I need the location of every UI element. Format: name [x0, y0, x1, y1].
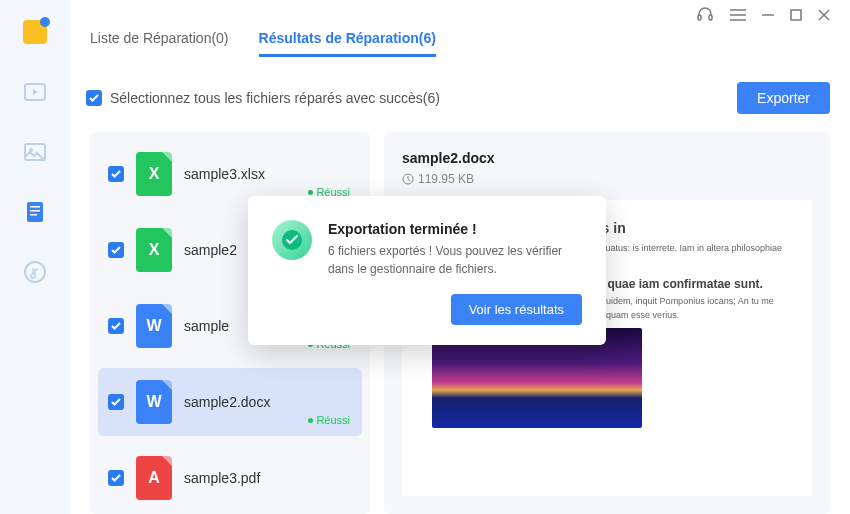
- document-icon[interactable]: [23, 200, 47, 224]
- svg-rect-14: [791, 10, 801, 20]
- modal-title: Exportation terminée !: [328, 221, 477, 237]
- file-item[interactable]: Wsample2.docxRéussi: [98, 368, 362, 436]
- close-icon[interactable]: [818, 9, 830, 21]
- image-icon[interactable]: [23, 140, 47, 164]
- file-type-icon: W: [136, 380, 172, 424]
- sidebar: [0, 0, 70, 514]
- preview-size: 119.95 KB: [402, 172, 812, 186]
- tab-repair-list[interactable]: Liste de Réparation(0): [90, 30, 229, 57]
- svg-rect-3: [27, 202, 43, 222]
- file-name: sample3.pdf: [184, 470, 352, 486]
- checkbox-icon[interactable]: [86, 90, 102, 106]
- view-results-button[interactable]: Voir les résultats: [451, 294, 582, 325]
- file-type-icon: X: [136, 228, 172, 272]
- svg-rect-6: [30, 214, 37, 216]
- titlebar: [70, 0, 850, 30]
- success-icon: [272, 220, 312, 260]
- tabs: Liste de Réparation(0) Résultats de Répa…: [70, 30, 850, 64]
- status-badge: Réussi: [308, 414, 350, 426]
- select-all-label: Sélectionnez tous les fichiers réparés a…: [110, 90, 440, 106]
- video-icon[interactable]: [23, 80, 47, 104]
- checkbox-icon[interactable]: [108, 166, 124, 182]
- checkbox-icon[interactable]: [108, 318, 124, 334]
- checkbox-icon[interactable]: [108, 394, 124, 410]
- svg-rect-9: [709, 15, 712, 20]
- file-type-icon: X: [136, 152, 172, 196]
- export-complete-modal: Exportation terminée ! 6 fichiers export…: [248, 196, 606, 345]
- select-all-row[interactable]: Sélectionnez tous les fichiers réparés a…: [86, 90, 440, 106]
- menu-icon[interactable]: [730, 9, 746, 21]
- file-name: sample2.docx: [184, 394, 352, 410]
- preview-title: sample2.docx: [402, 150, 812, 166]
- support-icon[interactable]: [696, 6, 714, 24]
- svg-rect-4: [30, 206, 40, 208]
- tab-repair-results[interactable]: Résultats de Réparation(6): [259, 30, 436, 57]
- file-type-icon: W: [136, 304, 172, 348]
- app-logo-icon: [23, 20, 47, 44]
- checkbox-icon[interactable]: [108, 242, 124, 258]
- size-icon: [402, 173, 414, 185]
- svg-rect-5: [30, 210, 40, 212]
- toolbar: Sélectionnez tous les fichiers réparés a…: [70, 64, 850, 132]
- maximize-icon[interactable]: [790, 9, 802, 21]
- file-type-icon: A: [136, 456, 172, 500]
- export-button[interactable]: Exporter: [737, 82, 830, 114]
- file-item[interactable]: Asample3.pdf: [98, 444, 362, 512]
- modal-message: 6 fichiers exportés ! Vous pouvez les vé…: [328, 242, 582, 278]
- checkbox-icon[interactable]: [108, 470, 124, 486]
- minimize-icon[interactable]: [762, 9, 774, 21]
- file-name: sample3.xlsx: [184, 166, 352, 182]
- audio-icon[interactable]: [23, 260, 47, 284]
- svg-rect-8: [698, 15, 701, 20]
